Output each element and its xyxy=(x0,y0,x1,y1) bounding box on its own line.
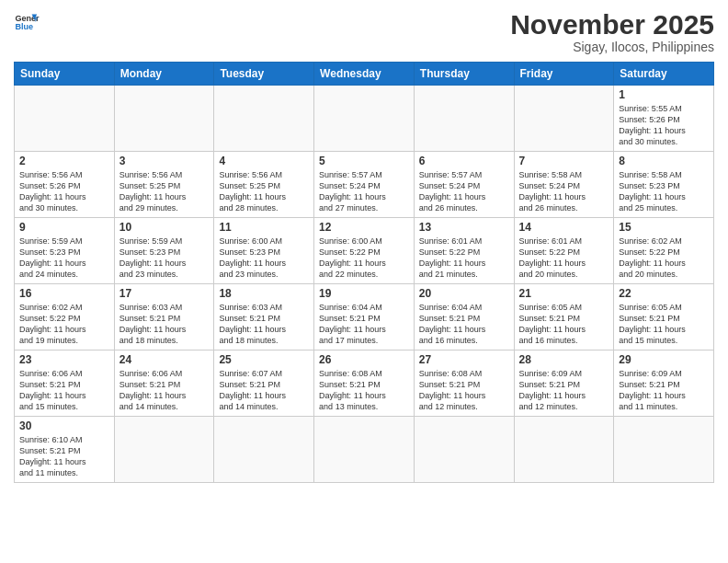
calendar-cell: 27Sunrise: 6:08 AM Sunset: 5:21 PM Dayli… xyxy=(414,350,514,417)
day-info: Sunrise: 6:03 AM Sunset: 5:21 PM Dayligh… xyxy=(219,302,309,347)
day-number: 4 xyxy=(219,155,309,167)
weekday-header-sunday: Sunday xyxy=(15,63,115,86)
day-number: 5 xyxy=(319,155,409,167)
logo: General Blue xyxy=(14,9,40,35)
day-number: 12 xyxy=(319,221,409,234)
calendar-cell: 4Sunrise: 5:56 AM Sunset: 5:25 PM Daylig… xyxy=(214,152,314,218)
weekday-header-tuesday: Tuesday xyxy=(214,63,314,86)
calendar-cell xyxy=(514,417,614,483)
calendar-cell: 16Sunrise: 6:02 AM Sunset: 5:22 PM Dayli… xyxy=(15,284,115,350)
day-number: 1 xyxy=(619,88,709,101)
calendar-cell: 17Sunrise: 6:03 AM Sunset: 5:21 PM Dayli… xyxy=(114,284,214,350)
day-info: Sunrise: 6:05 AM Sunset: 5:21 PM Dayligh… xyxy=(519,302,609,347)
day-info: Sunrise: 6:01 AM Sunset: 5:22 PM Dayligh… xyxy=(519,236,609,281)
calendar-cell: 1Sunrise: 5:55 AM Sunset: 5:26 PM Daylig… xyxy=(614,86,714,152)
calendar-cell: 7Sunrise: 5:58 AM Sunset: 5:24 PM Daylig… xyxy=(514,152,614,218)
day-number: 6 xyxy=(419,155,509,167)
calendar-cell xyxy=(514,86,614,152)
calendar-cell xyxy=(414,417,514,483)
calendar-cell: 3Sunrise: 5:56 AM Sunset: 5:25 PM Daylig… xyxy=(114,152,214,218)
calendar-cell: 13Sunrise: 6:01 AM Sunset: 5:22 PM Dayli… xyxy=(414,218,514,284)
day-number: 3 xyxy=(119,155,210,167)
day-number: 20 xyxy=(419,287,509,300)
calendar-cell xyxy=(114,417,214,483)
calendar-cell: 8Sunrise: 5:58 AM Sunset: 5:23 PM Daylig… xyxy=(614,152,714,218)
day-info: Sunrise: 6:09 AM Sunset: 5:21 PM Dayligh… xyxy=(519,368,609,413)
calendar-cell: 18Sunrise: 6:03 AM Sunset: 5:21 PM Dayli… xyxy=(214,284,314,350)
day-number: 16 xyxy=(19,287,109,300)
calendar-cell: 10Sunrise: 5:59 AM Sunset: 5:23 PM Dayli… xyxy=(114,218,214,284)
calendar-cell: 20Sunrise: 6:04 AM Sunset: 5:21 PM Dayli… xyxy=(414,284,514,350)
calendar-cell: 23Sunrise: 6:06 AM Sunset: 5:21 PM Dayli… xyxy=(15,350,115,417)
calendar-cell: 11Sunrise: 6:00 AM Sunset: 5:23 PM Dayli… xyxy=(214,218,314,284)
calendar-cell xyxy=(614,417,714,483)
day-number: 26 xyxy=(319,353,409,366)
weekday-header-thursday: Thursday xyxy=(414,63,514,86)
day-info: Sunrise: 5:57 AM Sunset: 5:24 PM Dayligh… xyxy=(419,169,509,214)
calendar-week-row: 30Sunrise: 6:10 AM Sunset: 5:21 PM Dayli… xyxy=(15,417,714,483)
day-info: Sunrise: 6:07 AM Sunset: 5:21 PM Dayligh… xyxy=(219,368,309,413)
day-info: Sunrise: 5:59 AM Sunset: 5:23 PM Dayligh… xyxy=(19,236,109,281)
day-info: Sunrise: 6:09 AM Sunset: 5:21 PM Dayligh… xyxy=(619,368,709,413)
day-number: 10 xyxy=(119,221,210,234)
day-info: Sunrise: 6:04 AM Sunset: 5:21 PM Dayligh… xyxy=(419,302,509,347)
calendar-cell xyxy=(114,86,214,152)
calendar-header-row: SundayMondayTuesdayWednesdayThursdayFrid… xyxy=(15,63,714,86)
calendar-cell xyxy=(214,417,314,483)
day-info: Sunrise: 6:06 AM Sunset: 5:21 PM Dayligh… xyxy=(19,368,109,413)
day-number: 30 xyxy=(19,419,109,432)
day-number: 15 xyxy=(619,221,709,234)
day-number: 21 xyxy=(519,287,609,300)
day-number: 27 xyxy=(419,353,509,366)
day-number: 17 xyxy=(119,287,210,300)
day-info: Sunrise: 6:04 AM Sunset: 5:21 PM Dayligh… xyxy=(319,302,409,347)
calendar-cell: 2Sunrise: 5:56 AM Sunset: 5:26 PM Daylig… xyxy=(15,152,115,218)
day-number: 7 xyxy=(519,155,609,167)
calendar-cell: 12Sunrise: 6:00 AM Sunset: 5:22 PM Dayli… xyxy=(314,218,415,284)
day-info: Sunrise: 5:58 AM Sunset: 5:24 PM Dayligh… xyxy=(519,169,609,214)
logo-icon: General Blue xyxy=(14,9,40,35)
day-info: Sunrise: 5:59 AM Sunset: 5:23 PM Dayligh… xyxy=(119,236,210,281)
day-number: 11 xyxy=(219,221,309,234)
calendar-cell: 24Sunrise: 6:06 AM Sunset: 5:21 PM Dayli… xyxy=(114,350,214,417)
day-info: Sunrise: 6:10 AM Sunset: 5:21 PM Dayligh… xyxy=(19,434,109,479)
day-info: Sunrise: 5:56 AM Sunset: 5:25 PM Dayligh… xyxy=(119,169,210,214)
calendar-cell: 28Sunrise: 6:09 AM Sunset: 5:21 PM Dayli… xyxy=(514,350,614,417)
day-info: Sunrise: 5:55 AM Sunset: 5:26 PM Dayligh… xyxy=(619,103,709,148)
day-number: 14 xyxy=(519,221,609,234)
day-info: Sunrise: 5:56 AM Sunset: 5:26 PM Dayligh… xyxy=(19,169,109,214)
weekday-header-friday: Friday xyxy=(514,63,614,86)
calendar-cell: 14Sunrise: 6:01 AM Sunset: 5:22 PM Dayli… xyxy=(514,218,614,284)
calendar-week-row: 23Sunrise: 6:06 AM Sunset: 5:21 PM Dayli… xyxy=(15,350,714,417)
day-info: Sunrise: 6:00 AM Sunset: 5:23 PM Dayligh… xyxy=(219,236,309,281)
calendar-cell: 26Sunrise: 6:08 AM Sunset: 5:21 PM Dayli… xyxy=(314,350,415,417)
calendar-cell: 29Sunrise: 6:09 AM Sunset: 5:21 PM Dayli… xyxy=(614,350,714,417)
calendar-cell: 15Sunrise: 6:02 AM Sunset: 5:22 PM Dayli… xyxy=(614,218,714,284)
day-info: Sunrise: 6:06 AM Sunset: 5:21 PM Dayligh… xyxy=(119,368,210,413)
day-number: 25 xyxy=(219,353,309,366)
day-number: 18 xyxy=(219,287,309,300)
day-number: 28 xyxy=(519,353,609,366)
calendar-cell: 21Sunrise: 6:05 AM Sunset: 5:21 PM Dayli… xyxy=(514,284,614,350)
calendar-cell: 30Sunrise: 6:10 AM Sunset: 5:21 PM Dayli… xyxy=(15,417,115,483)
calendar-cell: 22Sunrise: 6:05 AM Sunset: 5:21 PM Dayli… xyxy=(614,284,714,350)
day-info: Sunrise: 6:01 AM Sunset: 5:22 PM Dayligh… xyxy=(419,236,509,281)
month-title: November 2025 xyxy=(510,9,714,40)
calendar-week-row: 2Sunrise: 5:56 AM Sunset: 5:26 PM Daylig… xyxy=(15,152,714,218)
calendar-cell xyxy=(314,86,415,152)
day-number: 23 xyxy=(19,353,109,366)
day-number: 2 xyxy=(19,155,109,167)
day-info: Sunrise: 6:08 AM Sunset: 5:21 PM Dayligh… xyxy=(419,368,509,413)
day-info: Sunrise: 5:56 AM Sunset: 5:25 PM Dayligh… xyxy=(219,169,309,214)
title-block: November 2025 Sigay, Ilocos, Philippines xyxy=(510,9,714,54)
day-info: Sunrise: 6:03 AM Sunset: 5:21 PM Dayligh… xyxy=(119,302,210,347)
calendar-cell: 25Sunrise: 6:07 AM Sunset: 5:21 PM Dayli… xyxy=(214,350,314,417)
day-info: Sunrise: 5:58 AM Sunset: 5:23 PM Dayligh… xyxy=(619,169,709,214)
weekday-header-saturday: Saturday xyxy=(614,63,714,86)
day-number: 29 xyxy=(619,353,709,366)
day-info: Sunrise: 6:05 AM Sunset: 5:21 PM Dayligh… xyxy=(619,302,709,347)
calendar-cell: 5Sunrise: 5:57 AM Sunset: 5:24 PM Daylig… xyxy=(314,152,415,218)
calendar-week-row: 1Sunrise: 5:55 AM Sunset: 5:26 PM Daylig… xyxy=(15,86,714,152)
location: Sigay, Ilocos, Philippines xyxy=(510,40,714,54)
svg-text:Blue: Blue xyxy=(15,22,33,31)
